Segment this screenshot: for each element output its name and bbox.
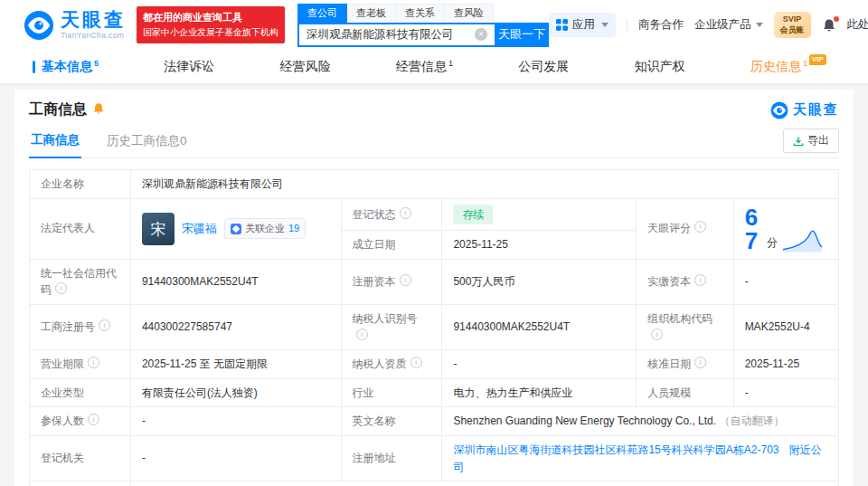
info-icon[interactable] [88, 357, 99, 368]
info-icon[interactable] [651, 329, 663, 340]
field-value: - [733, 378, 838, 407]
subtab-business-info[interactable]: 工商信息 [29, 132, 81, 158]
table-row: 参保人数 - 英文名称 Shenzhen Guanding New Energy… [30, 407, 839, 436]
tab-count: 5 [94, 59, 99, 68]
address-link[interactable]: 深圳市南山区粤海街道科技园社区科苑路15号科兴科学园A栋A2-703 [453, 443, 778, 456]
search-button[interactable]: 天眼一下 [495, 23, 549, 47]
search-area: 查公司 查老板 查关系 查风险 × 天眼一下 [297, 4, 549, 47]
tab-intellectual-property[interactable]: 知识产权 [635, 50, 685, 83]
chevron-down-icon [601, 23, 609, 27]
field-label: 工商注册号 [30, 304, 131, 349]
legal-rep-cell: 宋 宋疆福 关联企业 19 [130, 198, 341, 259]
table-row: 经营范围 一般经营项目是：技术服务、技术开发、技术咨询、技术交流、技术转让、技术… [30, 481, 839, 486]
promo-banner[interactable]: 都在用的商业查询工具 国家中小企业发展子基金旗下机构 [137, 6, 285, 44]
address-value: 深圳市南山区粤海街道科技园社区科苑路15号科兴科学园A栋A2-703 附近公司 [442, 435, 839, 481]
score-unit: 分 [767, 234, 778, 252]
subtab-history-business-info[interactable]: 历史工商信息0 [105, 133, 189, 157]
brand-name: 天眼查 [61, 10, 126, 29]
field-label: 行业 [341, 378, 442, 407]
promo-line2: 国家中小企业发展子基金旗下机构 [143, 25, 278, 40]
info-icon[interactable] [400, 274, 411, 286]
legal-rep-name-link[interactable]: 宋疆福 [182, 220, 217, 238]
subscribe-bell-button[interactable] [92, 102, 105, 119]
info-icon[interactable] [694, 357, 706, 368]
table-row: 法定代表人 宋 宋疆福 关联企业 19 登记状态 存续 天眼评分 [30, 198, 839, 231]
svip-badge[interactable]: SVIP 会员账 [774, 12, 811, 38]
table-row: 登记机关 - 注册地址 深圳市南山区粤海街道科技园社区科苑路15号科兴科学园A栋… [30, 435, 839, 481]
field-label: 法定代表人 [30, 198, 131, 259]
tab-count: 1 [448, 59, 453, 68]
info-icon[interactable] [356, 329, 368, 340]
field-label: 核准日期 [637, 350, 733, 379]
field-value: - [442, 350, 637, 379]
table-row: 统一社会信用代码 91440300MAK2552U4T 注册资本 500万人民币… [30, 259, 839, 304]
field-value: 2025-11-25 至 无固定期限 [130, 350, 341, 379]
divider [627, 19, 627, 32]
clear-icon[interactable]: × [475, 28, 487, 41]
promo-line1: 都在用的商业查询工具 [143, 10, 278, 26]
info-icon[interactable] [410, 357, 422, 368]
info-icon[interactable] [694, 274, 706, 286]
field-label: 注册资本 [341, 259, 442, 304]
brand-domain: TianYanCha.com [61, 31, 126, 40]
related-companies-icon [231, 224, 241, 234]
apps-menu[interactable]: 应用 [549, 13, 616, 37]
field-value: - [733, 259, 838, 304]
related-companies-badge[interactable]: 关联企业 19 [224, 218, 306, 239]
apps-label: 应用 [572, 17, 595, 33]
business-info-subtabs: 工商信息 历史工商信息0 导出 [29, 129, 839, 158]
apps-grid-icon [556, 19, 568, 31]
info-icon[interactable] [55, 282, 67, 294]
status-badge: 存续 [453, 205, 493, 225]
tab-operation-risk[interactable]: 经营风险 [280, 50, 331, 83]
field-label: 纳税人识别号 [341, 304, 442, 349]
field-value: 电力、热力生产和供应业 [442, 378, 637, 407]
info-icon[interactable] [99, 319, 110, 331]
tianyancha-logo[interactable]: 天眼查 TianYanCha.com [24, 10, 126, 41]
tab-operation-info[interactable]: 经营信息1 [396, 50, 453, 83]
menu-item-cooperation[interactable]: 商务合作 [638, 17, 684, 33]
export-icon [793, 136, 804, 147]
field-value: - [130, 407, 341, 436]
chevron-down-icon [756, 23, 763, 27]
tab-history-info[interactable]: 历史信息1 VIP [750, 50, 826, 83]
tianyancha-watermark: 天眼查 [770, 101, 839, 119]
field-label: 英文名称 [341, 407, 442, 436]
header-menu: 应用 商务合作 企业级产品 SVIP 会员账 此处有 [549, 12, 868, 38]
info-icon[interactable] [400, 207, 411, 219]
tianyancha-eye-icon [770, 101, 788, 119]
field-label: 天眼评分 [637, 198, 733, 259]
tab-company-development[interactable]: 公司发展 [518, 50, 569, 83]
top-header: 天眼查 TianYanCha.com 都在用的商业查询工具 国家中小企业发展子基… [0, 0, 868, 50]
legal-rep-avatar[interactable]: 宋 [142, 213, 175, 245]
business-scope-value: 一般经营项目是：技术服务、技术开发、技术咨询、技术交流、技术转让、技术推广；新兴… [130, 481, 838, 486]
score-cell[interactable]: 67 分 [733, 198, 838, 259]
notification-bell[interactable] [822, 18, 836, 33]
menu-item-more[interactable]: 此处有 [847, 17, 868, 33]
export-button[interactable]: 导出 [783, 129, 839, 153]
field-label: 成立日期 [341, 231, 442, 260]
tab-legal-proceedings[interactable]: 法律诉讼 [164, 50, 214, 83]
field-value: - [130, 435, 341, 481]
score-trend-chart [782, 227, 827, 253]
field-label: 企业名称 [30, 170, 131, 199]
search-tab-boss[interactable]: 查老板 [347, 4, 396, 23]
info-icon[interactable] [694, 221, 706, 233]
tab-count: 1 [803, 59, 807, 68]
search-tab-company[interactable]: 查公司 [297, 4, 347, 23]
field-label: 登记机关 [30, 435, 131, 481]
related-companies-count: 19 [288, 221, 299, 236]
search-input[interactable] [297, 23, 495, 47]
menu-item-enterprise[interactable]: 企业级产品 [694, 17, 763, 33]
table-row: 工商注册号 440300227585747 纳税人识别号 91440300MAK… [30, 304, 839, 349]
table-row: 企业名称 深圳观鼎新能源科技有限公司 [30, 170, 839, 199]
field-label: 注册地址 [341, 435, 442, 481]
field-value: 91440300MAK2552U4T [130, 259, 341, 304]
search-tab-relation[interactable]: 查关系 [396, 4, 445, 23]
field-label: 企业类型 [30, 378, 131, 407]
info-icon[interactable] [88, 414, 99, 425]
search-tab-risk[interactable]: 查风险 [445, 4, 494, 23]
section-title: 工商信息 [29, 100, 87, 119]
field-label: 登记状态 [341, 198, 442, 231]
tab-basic-info[interactable]: 基本信息5 [42, 50, 99, 83]
